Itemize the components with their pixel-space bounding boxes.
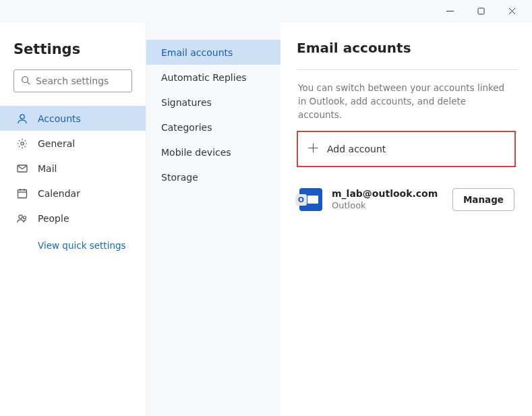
- gear-icon: [16, 138, 28, 150]
- nav-item-mail[interactable]: Mail: [0, 156, 146, 181]
- svg-rect-9: [18, 189, 27, 198]
- detail-description: You can switch between your accounts lin…: [297, 70, 516, 131]
- nav-item-people[interactable]: People: [0, 206, 146, 231]
- secondary-nav: Email accounts Automatic Replies Signatu…: [146, 40, 280, 189]
- subnav-item-email-accounts[interactable]: Email accounts: [146, 40, 280, 65]
- window-maximize-button[interactable]: [467, 2, 494, 21]
- view-quick-settings-link[interactable]: View quick settings: [38, 240, 126, 251]
- svg-point-4: [22, 76, 28, 82]
- account-type: Outlook: [332, 200, 443, 212]
- svg-line-5: [28, 82, 30, 84]
- subnav-label: Mobile devices: [161, 147, 231, 158]
- nav-item-general[interactable]: General: [0, 131, 146, 156]
- subnav-label: Automatic Replies: [161, 72, 247, 83]
- titlebar: [0, 0, 532, 22]
- subnav-label: Email accounts: [161, 47, 233, 58]
- mail-icon: [16, 162, 28, 175]
- settings-title: Settings: [0, 41, 146, 69]
- subnav-item-automatic-replies[interactable]: Automatic Replies: [146, 65, 280, 90]
- primary-nav: Accounts General Mail Calendar: [0, 106, 146, 231]
- nav-label: General: [38, 138, 75, 149]
- window-close-button[interactable]: [498, 2, 525, 21]
- search-input[interactable]: [30, 76, 131, 86]
- svg-point-6: [20, 114, 24, 118]
- nav-label: Calendar: [38, 188, 80, 199]
- account-meta: m_lab@outlook.com Outlook: [332, 187, 443, 212]
- secondary-sidebar: Email accounts Automatic Replies Signatu…: [146, 22, 280, 416]
- nav-label: Accounts: [38, 113, 81, 124]
- nav-label: Mail: [38, 163, 57, 174]
- nav-label: People: [38, 213, 69, 224]
- search-wrapper: [0, 69, 146, 106]
- plus-icon: [307, 142, 319, 156]
- add-account-button[interactable]: Add account: [297, 131, 516, 167]
- subnav-item-categories[interactable]: Categories: [146, 115, 280, 140]
- subnav-item-storage[interactable]: Storage: [146, 165, 280, 189]
- detail-pane: Email accounts You can switch between yo…: [280, 22, 532, 416]
- svg-point-14: [24, 216, 26, 218]
- subnav-item-signatures[interactable]: Signatures: [146, 90, 280, 115]
- subnav-item-mobile-devices[interactable]: Mobile devices: [146, 140, 280, 165]
- detail-heading: Email accounts: [297, 40, 516, 69]
- svg-rect-1: [478, 8, 484, 14]
- quick-settings-row: View quick settings: [0, 231, 146, 251]
- add-account-label: Add account: [327, 144, 386, 154]
- nav-item-accounts[interactable]: Accounts: [0, 106, 146, 131]
- window-minimize-button[interactable]: [436, 2, 463, 21]
- person-icon: [16, 113, 28, 125]
- nav-item-calendar[interactable]: Calendar: [0, 181, 146, 206]
- svg-point-7: [21, 142, 24, 144]
- calendar-icon: [16, 187, 28, 200]
- content-area: Settings Accounts General: [0, 22, 532, 416]
- search-icon: [21, 75, 30, 88]
- svg-point-13: [19, 214, 22, 218]
- account-row: O m_lab@outlook.com Outlook Manage: [297, 167, 516, 212]
- subnav-label: Signatures: [161, 97, 212, 108]
- primary-sidebar: Settings Accounts General: [0, 22, 146, 416]
- people-icon: [16, 212, 28, 225]
- manage-account-button[interactable]: Manage: [452, 188, 514, 211]
- outlook-icon: O: [299, 188, 322, 211]
- subnav-label: Storage: [161, 172, 198, 183]
- subnav-label: Categories: [161, 122, 212, 133]
- search-input-container[interactable]: [13, 69, 132, 92]
- account-email: m_lab@outlook.com: [332, 187, 443, 200]
